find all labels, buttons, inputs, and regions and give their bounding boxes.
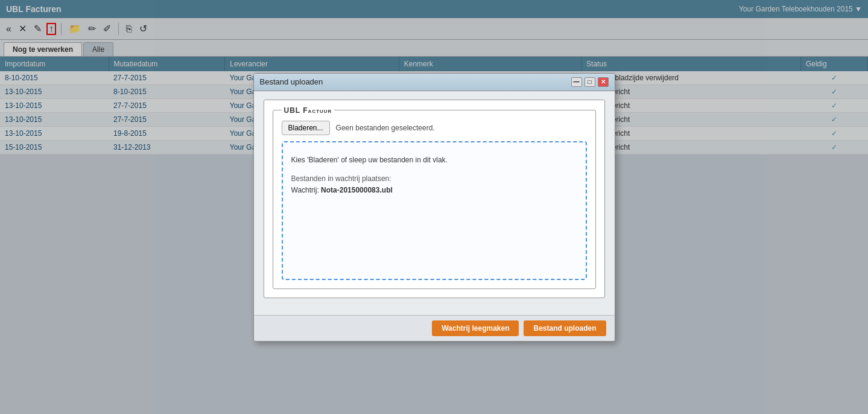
drop-zone-hint: Kies 'Bladeren' of sleep uw bestanden in… <box>291 154 577 166</box>
queue-label: Bestanden in wachtrij plaatsen: <box>291 173 577 185</box>
file-row: Bladeren... Geen bestanden geselecteerd. <box>282 121 587 135</box>
modal-body: UBL Factuur Bladeren... Geen bestanden g… <box>254 91 615 315</box>
modal-overlay: Bestand uploaden — □ ✕ UBL Factuur Blade… <box>0 0 868 414</box>
ubl-fieldset: UBL Factuur Bladeren... Geen bestanden g… <box>264 100 605 298</box>
modal-footer: Wachtrij leegmaken Bestand uploaden <box>254 315 615 341</box>
modal-controls: — □ ✕ <box>571 77 609 87</box>
modal-close-button[interactable]: ✕ <box>598 77 609 87</box>
no-file-text: Geen bestanden geselecteerd. <box>336 124 435 132</box>
browse-button[interactable]: Bladeren... <box>282 121 330 135</box>
upload-modal: Bestand uploaden — □ ✕ UBL Factuur Blade… <box>253 73 615 342</box>
upload-file-button[interactable]: Bestand uploaden <box>524 320 606 336</box>
drop-zone-queue: Bestanden in wachtrij plaatsen: Wachtrij… <box>291 173 577 196</box>
clear-queue-button[interactable]: Wachtrij leegmaken <box>432 320 519 336</box>
ubl-legend: UBL Factuur <box>282 106 335 115</box>
modal-minimize-button[interactable]: — <box>571 77 582 87</box>
modal-maximize-button[interactable]: □ <box>584 77 595 87</box>
queue-filename: Nota-2015000083.ubl <box>321 186 393 194</box>
drop-zone[interactable]: Kies 'Bladeren' of sleep uw bestanden in… <box>282 141 587 280</box>
queue-file: Wachtrij: Nota-2015000083.ubl <box>291 185 577 196</box>
modal-title: Bestand uploaden <box>260 77 323 86</box>
queue-prefix: Wachtrij: <box>291 186 322 194</box>
modal-titlebar: Bestand uploaden — □ ✕ <box>254 74 615 91</box>
